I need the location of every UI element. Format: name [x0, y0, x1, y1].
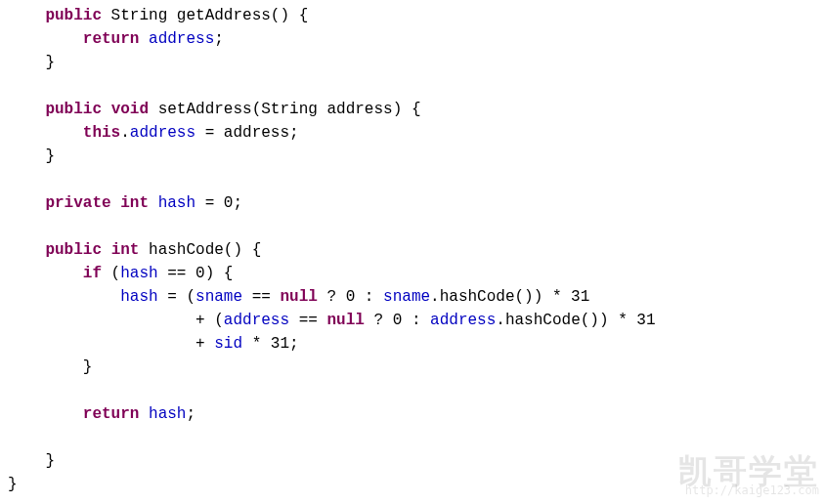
code-token: ;	[186, 405, 195, 423]
code-token: setAddress(String address) {	[149, 101, 420, 118]
code-token: .	[120, 124, 130, 142]
code-token	[8, 288, 120, 306]
code-token: hash	[120, 288, 157, 306]
code-token: if	[83, 265, 102, 282]
code-token: + (	[8, 312, 224, 329]
code-token: = 0;	[195, 194, 242, 212]
code-token: hash	[120, 265, 157, 282]
code-token: (	[102, 265, 120, 282]
watermark-sub: http://kaige123.com	[678, 479, 819, 502]
code-token	[8, 194, 45, 212]
code-token: = (	[158, 288, 195, 306]
code-token: address	[149, 30, 214, 48]
code-token: null	[280, 288, 317, 306]
code-token: int	[120, 194, 149, 212]
code-token: private	[45, 194, 110, 212]
code-token: }	[8, 476, 18, 493]
code-token: .hashCode()) * 31	[496, 312, 655, 329]
code-token: ==	[289, 312, 326, 329]
code-token	[149, 194, 158, 212]
code-token: sname	[383, 288, 430, 306]
code-token: }	[8, 147, 55, 165]
code-token: sname	[195, 288, 242, 306]
code-token: hash	[158, 194, 195, 212]
code-token: .hashCode()) * 31	[430, 288, 589, 306]
code-token	[139, 30, 149, 48]
code-token	[8, 7, 45, 24]
code-token: public	[45, 101, 102, 118]
code-token: public	[45, 241, 102, 259]
code-token	[102, 241, 111, 259]
code-token: address	[430, 312, 496, 329]
code-token: null	[326, 312, 364, 329]
code-token: }	[8, 54, 55, 71]
code-token: hash	[149, 405, 186, 423]
code-token	[8, 101, 45, 118]
code-token: }	[8, 358, 92, 376]
code-token	[102, 101, 111, 118]
code-token: return	[83, 30, 140, 48]
code-token: address	[224, 312, 289, 329]
code-token: = address;	[195, 124, 299, 142]
code-token: ;	[214, 30, 224, 48]
code-token: ? 0 :	[365, 312, 430, 329]
code-token: void	[111, 101, 149, 118]
code-token: address	[130, 124, 195, 142]
code-token: +	[8, 335, 214, 353]
code-token	[8, 30, 83, 48]
code-block: public String getAddress() { return addr…	[8, 4, 825, 496]
code-token: * 31;	[242, 335, 299, 353]
code-token: ? 0 :	[318, 288, 383, 306]
watermark: 凯哥学堂 http://kaige123.com	[678, 459, 819, 502]
code-token: this	[83, 124, 120, 142]
code-token	[8, 265, 83, 282]
code-token	[111, 194, 121, 212]
code-token	[8, 241, 45, 259]
code-token	[139, 405, 149, 423]
code-token: }	[8, 452, 55, 470]
code-token: == 0) {	[158, 265, 234, 282]
code-token: return	[83, 405, 140, 423]
code-token: public	[45, 7, 102, 24]
code-token: ==	[242, 288, 280, 306]
code-token	[8, 405, 83, 423]
code-token	[8, 124, 83, 142]
code-token: hashCode() {	[139, 241, 261, 259]
code-token: int	[111, 241, 140, 259]
code-token: String getAddress() {	[102, 7, 308, 24]
code-token: sid	[214, 335, 242, 353]
